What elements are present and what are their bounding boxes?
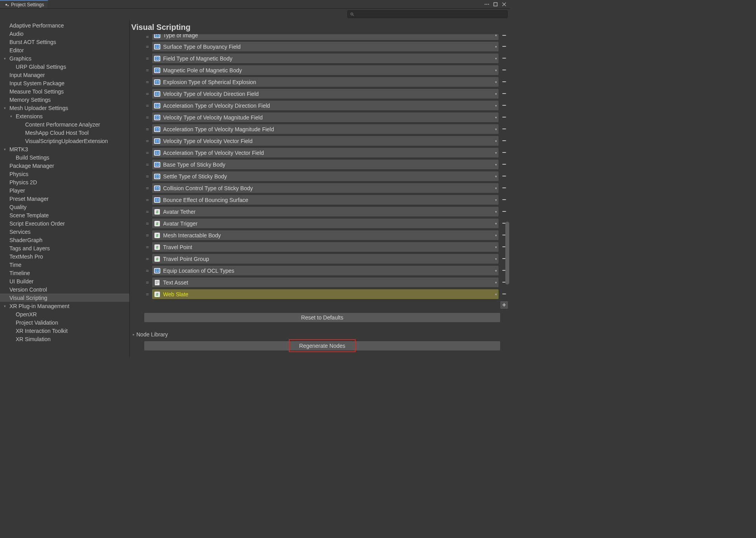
sidebar-item[interactable]: Measure Tool Settings (0, 87, 129, 95)
window-maximize-button[interactable] (492, 1, 499, 8)
drag-handle-icon[interactable]: = (144, 79, 151, 85)
sidebar-item[interactable]: Tags and Layers (0, 244, 129, 252)
type-dropdown[interactable]: Velocity Type of Velocity Vector Field▾ (152, 136, 499, 146)
drag-handle-icon[interactable]: = (144, 232, 151, 238)
sidebar-item[interactable]: TextMesh Pro (0, 252, 129, 261)
sidebar-item[interactable]: Services (0, 228, 129, 236)
type-dropdown[interactable]: #Travel Point▾ (152, 242, 499, 252)
sidebar-item[interactable]: Player (0, 186, 129, 195)
sidebar-item[interactable]: Build Settings (0, 153, 129, 162)
drag-handle-icon[interactable]: = (144, 55, 151, 61)
sidebar-item[interactable]: Timeline (0, 269, 129, 277)
drag-handle-icon[interactable]: = (144, 279, 151, 285)
drag-handle-icon[interactable]: = (144, 209, 151, 215)
window-menu-button[interactable] (483, 1, 490, 8)
type-dropdown[interactable]: #Mesh Interactable Body▾ (152, 230, 499, 241)
reset-defaults-button[interactable]: Reset to Defaults (144, 312, 501, 323)
scrollbar-thumb[interactable] (505, 222, 509, 285)
sidebar-item[interactable]: Time (0, 261, 129, 269)
drag-handle-icon[interactable]: = (144, 162, 151, 167)
sidebar-item[interactable]: Adaptive Performance (0, 21, 129, 29)
sidebar-item[interactable]: URP Global Settings (0, 62, 129, 71)
drag-handle-icon[interactable]: = (144, 197, 151, 203)
window-close-button[interactable] (501, 1, 508, 8)
type-dropdown[interactable]: Velocity Type of Velocity Direction Fiel… (152, 88, 499, 99)
node-library-foldout[interactable]: Node Library (133, 331, 508, 338)
type-dropdown[interactable]: #Travel Point Group▾ (152, 253, 499, 264)
sidebar-item[interactable]: Burst AOT Settings (0, 38, 129, 46)
type-dropdown[interactable]: Base Type of Sticky Body▾ (152, 159, 499, 170)
drag-handle-icon[interactable]: = (144, 150, 151, 156)
sidebar-item[interactable]: Script Execution Order (0, 219, 129, 228)
type-dropdown[interactable]: Acceleration Type of Velocity Direction … (152, 100, 499, 111)
type-dropdown[interactable]: Surface Type of Buoyancy Field▾ (152, 41, 499, 52)
sidebar-item[interactable]: Package Manager (0, 162, 129, 170)
drag-handle-icon[interactable]: = (144, 126, 151, 132)
drag-handle-icon[interactable]: = (144, 268, 151, 274)
type-dropdown[interactable]: Field Type of Magnetic Body▾ (152, 53, 499, 64)
type-dropdown[interactable]: Text Asset▾ (152, 277, 499, 288)
drag-handle-icon[interactable]: = (144, 67, 151, 73)
drag-handle-icon[interactable]: = (144, 91, 151, 97)
sidebar-item[interactable]: Physics (0, 170, 129, 178)
type-dropdown[interactable]: #Web Slate▾ (152, 289, 499, 299)
sidebar-item[interactable]: MRTK3 (0, 145, 129, 153)
sidebar-item[interactable]: VisualScriptingUploaderExtension (0, 137, 129, 145)
drag-handle-icon[interactable]: = (144, 103, 151, 108)
type-row: =#Travel Point Group▾− (144, 253, 508, 264)
main-content[interactable]: =Type of Image▾−=Surface Type of Buoyanc… (130, 34, 510, 358)
sidebar-item[interactable]: Memory Settings (0, 95, 129, 104)
type-dropdown[interactable]: #Avatar Trigger▾ (152, 218, 499, 229)
scrollbar[interactable] (505, 41, 509, 354)
type-dropdown[interactable]: Type of Image▾ (152, 34, 499, 40)
settings-sidebar[interactable]: Adaptive PerformanceAudioBurst AOT Setti… (0, 20, 130, 358)
type-dropdown[interactable]: Acceleration Type of Velocity Vector Fie… (152, 147, 499, 158)
sidebar-item[interactable]: ShaderGraph (0, 236, 129, 244)
sidebar-item[interactable]: Mesh Uploader Settings (0, 104, 129, 112)
window-tab[interactable]: Project Settings (0, 0, 48, 8)
sidebar-item[interactable]: XR Interaction Toolkit (0, 327, 129, 335)
drag-handle-icon[interactable]: = (144, 244, 151, 250)
sidebar-item[interactable]: XR Plug-in Management (0, 302, 129, 310)
drag-handle-icon[interactable]: = (144, 185, 151, 191)
type-dropdown[interactable]: Acceleration Type of Velocity Magnitude … (152, 124, 499, 134)
type-dropdown[interactable]: Settle Type of Sticky Body▾ (152, 171, 499, 182)
drag-handle-icon[interactable]: = (144, 44, 151, 50)
drag-handle-icon[interactable]: = (144, 34, 151, 40)
type-dropdown[interactable]: Explosion Type of Spherical Explosion▾ (152, 77, 499, 87)
type-dropdown[interactable]: #Avatar Tether▾ (152, 206, 499, 217)
remove-type-button[interactable]: − (500, 34, 508, 40)
sidebar-item[interactable]: Project Validation (0, 318, 129, 327)
sidebar-item[interactable]: UI Builder (0, 277, 129, 285)
drag-handle-icon[interactable]: = (144, 291, 151, 297)
sidebar-item[interactable]: XR Simulation (0, 335, 129, 343)
sidebar-item[interactable]: Version Control (0, 285, 129, 294)
sidebar-item[interactable]: Input System Package (0, 79, 129, 87)
sidebar-item[interactable]: Preset Manager (0, 195, 129, 203)
search-input[interactable] (357, 11, 505, 17)
type-dropdown[interactable]: Magnetic Pole of Magnetic Body▾ (152, 65, 499, 75)
sidebar-item[interactable]: Physics 2D (0, 178, 129, 186)
search-field[interactable] (347, 10, 508, 18)
drag-handle-icon[interactable]: = (144, 114, 151, 120)
drag-handle-icon[interactable]: = (144, 138, 151, 144)
sidebar-item[interactable]: Audio (0, 29, 129, 38)
sidebar-item[interactable]: MeshApp Cloud Host Tool (0, 129, 129, 137)
drag-handle-icon[interactable]: = (144, 256, 151, 262)
sidebar-item[interactable]: Content Performance Analyzer (0, 120, 129, 129)
type-dropdown[interactable]: Equip Location of OCL Types▾ (152, 265, 499, 276)
sidebar-item[interactable]: Graphics (0, 54, 129, 62)
regenerate-nodes-button[interactable]: Regenerate Nodes (144, 341, 501, 351)
drag-handle-icon[interactable]: = (144, 173, 151, 179)
sidebar-item[interactable]: Editor (0, 46, 129, 54)
sidebar-item[interactable]: Extensions (0, 112, 129, 120)
sidebar-item[interactable]: Visual Scripting (0, 294, 129, 302)
sidebar-item[interactable]: OpenXR (0, 310, 129, 318)
sidebar-item[interactable]: Quality (0, 203, 129, 211)
type-dropdown[interactable]: Velocity Type of Velocity Magnitude Fiel… (152, 112, 499, 123)
sidebar-item[interactable]: Scene Template (0, 211, 129, 219)
type-dropdown[interactable]: Collision Control Type of Sticky Body▾ (152, 183, 499, 193)
drag-handle-icon[interactable]: = (144, 220, 151, 226)
sidebar-item[interactable]: Input Manager (0, 71, 129, 79)
type-dropdown[interactable]: Bounce Effect of Bouncing Surface▾ (152, 195, 499, 205)
